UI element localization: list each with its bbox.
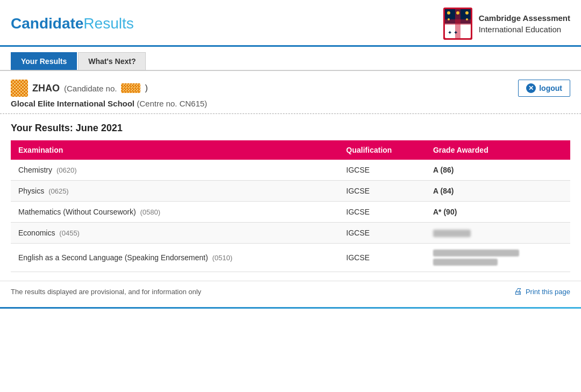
- grade-blurred: [426, 244, 570, 272]
- disclaimer-text: The results displayed are provisional, a…: [11, 288, 201, 296]
- tab-whats-next[interactable]: What's Next?: [78, 52, 146, 70]
- tab-bar: Your Results What's Next?: [0, 47, 581, 71]
- qualification: IGCSE: [339, 160, 426, 181]
- table-row: Economics (0455) IGCSE: [11, 223, 570, 244]
- centre-no: (Centre no. CN615): [137, 99, 207, 108]
- school-row: Glocal Elite International School (Centr…: [11, 99, 207, 108]
- logo-results-text: Results: [83, 15, 133, 32]
- svg-point-8: [465, 11, 469, 15]
- table-row: Chemistry (0620) IGCSE A (86): [11, 160, 570, 181]
- candidate-number-blurred: [121, 83, 140, 93]
- col-examination: Examination: [11, 140, 339, 160]
- svg-point-9: [448, 18, 450, 20]
- grade-blurred-content: [433, 230, 471, 237]
- table-footer: The results displayed are provisional, a…: [0, 281, 581, 302]
- table-row: Mathematics (Without Coursework) (0580) …: [11, 202, 570, 223]
- qualification: IGCSE: [339, 202, 426, 223]
- table-header: Examination Qualification Grade Awarded: [11, 140, 570, 160]
- col-qualification: Qualification: [339, 140, 426, 160]
- logout-label: logout: [539, 84, 562, 92]
- print-link[interactable]: 🖨 Print this page: [514, 287, 570, 296]
- logout-button[interactable]: ✕ logout: [518, 80, 570, 97]
- exam-name: Economics (0455): [11, 223, 339, 244]
- cambridge-name: Cambridge Assessment International Educa…: [479, 12, 570, 35]
- exam-code: (0620): [56, 166, 77, 174]
- exam-code: (0455): [59, 229, 80, 237]
- grade-blurred: [426, 223, 570, 244]
- results-title: Your Results: June 2021: [11, 123, 570, 134]
- grade: A (84): [426, 181, 570, 202]
- exam-code: (0625): [48, 187, 69, 195]
- col-grade: Grade Awarded: [426, 140, 570, 160]
- exam-code: (0580): [140, 208, 161, 216]
- svg-text:✦ ✦: ✦ ✦: [448, 30, 458, 35]
- cambridge-logo: ✦ ✦ Cambridge Assessment International E…: [443, 8, 570, 40]
- candidate-info: ZHAO (Candidate no. ) Glocal Elite Inter…: [11, 80, 207, 108]
- table-row: English as a Second Language (Speaking E…: [11, 244, 570, 272]
- candidate-section: ZHAO (Candidate no. ) Glocal Elite Inter…: [0, 71, 581, 114]
- cambridge-line2: International Education: [479, 24, 570, 35]
- cambridge-shield-icon: ✦ ✦: [443, 8, 472, 40]
- grade-blurred-multiline: [433, 250, 563, 266]
- exam-name: Physics (0625): [11, 181, 339, 202]
- print-label: Print this page: [526, 288, 570, 296]
- candidate-name: ZHAO: [32, 83, 60, 94]
- print-icon: 🖨: [514, 287, 522, 296]
- qualification: IGCSE: [339, 244, 426, 272]
- qualification: IGCSE: [339, 181, 426, 202]
- site-logo: CandidateResults: [11, 15, 134, 32]
- svg-point-6: [447, 11, 450, 15]
- table-body: Chemistry (0620) IGCSE A (86) Physics (0…: [11, 160, 570, 272]
- qualification: IGCSE: [339, 223, 426, 244]
- exam-name: English as a Second Language (Speaking E…: [11, 244, 339, 272]
- candidate-name-row: ZHAO (Candidate no. ): [11, 80, 207, 97]
- candidate-no-label: (Candidate no.: [64, 84, 117, 93]
- results-table: Examination Qualification Grade Awarded …: [11, 140, 570, 272]
- logout-x-icon: ✕: [526, 83, 536, 93]
- grade: A (86): [426, 160, 570, 181]
- results-section: Your Results: June 2021 Examination Qual…: [0, 114, 581, 281]
- candidate-avatar: [11, 80, 28, 97]
- grade: A* (90): [426, 202, 570, 223]
- page-header: CandidateResults ✦ ✦ Cambridge Assessmen…: [0, 0, 581, 47]
- logo-candidate-text: Candidate: [11, 15, 83, 32]
- exam-name: Chemistry (0620): [11, 160, 339, 181]
- exam-code: (0510): [212, 254, 232, 262]
- table-row: Physics (0625) IGCSE A (84): [11, 181, 570, 202]
- cambridge-line1: Cambridge Assessment: [479, 12, 570, 24]
- school-name: Glocal Elite International School: [11, 99, 134, 108]
- tab-your-results[interactable]: Your Results: [11, 52, 77, 70]
- bottom-border: [0, 307, 581, 309]
- svg-point-10: [466, 18, 468, 20]
- svg-point-7: [456, 11, 459, 15]
- exam-name: Mathematics (Without Coursework) (0580): [11, 202, 339, 223]
